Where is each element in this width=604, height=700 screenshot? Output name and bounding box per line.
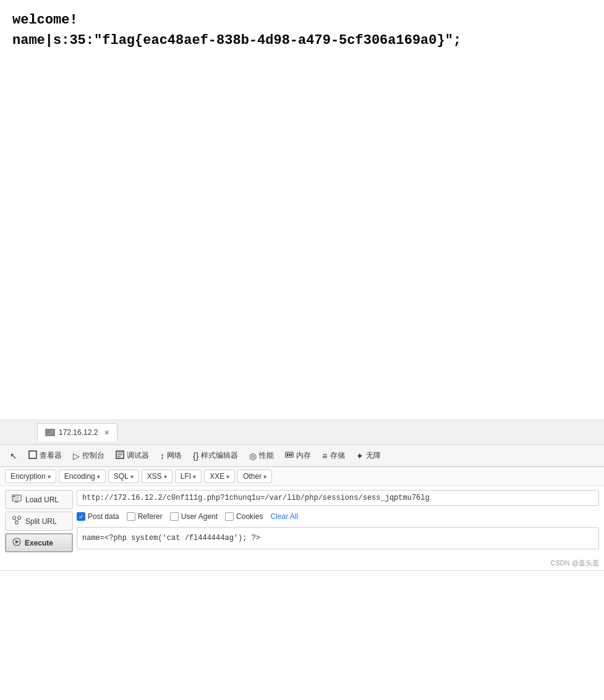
accessibility-icon: ✦ [356, 451, 364, 461]
welcome-line2: name|s:35:"flag{eac48aef-838b-4d98-a479-… [12, 30, 592, 51]
load-url-label: Load URL [25, 495, 59, 504]
post-data-input[interactable] [77, 527, 599, 549]
execute-button[interactable]: Execute [5, 533, 73, 552]
svg-line-25 [17, 520, 19, 521]
hackbar-menu-row: Encryption ▾ Encoding ▾ SQL ▾ XSS ▾ LFI … [0, 467, 604, 486]
menu-other-label: Other [243, 472, 262, 481]
svg-rect-20 [16, 501, 18, 502]
menu-other[interactable]: Other ▾ [237, 470, 272, 483]
devtools-viewer[interactable]: 查看器 [23, 448, 67, 463]
devtools-debugger[interactable]: 调试器 [111, 448, 154, 463]
devtools-toolbar: ↖ 查看器 ▷ 控制台 调试器 ↕ 网络 {} 样式编辑器 ◎ [0, 445, 604, 467]
welcome-text: welcome! name|s:35:"flag{eac48aef-838b-4… [12, 10, 592, 51]
svg-rect-17 [16, 497, 19, 498]
svg-rect-2 [51, 431, 53, 431]
viewer-label: 查看器 [40, 450, 62, 461]
menu-encryption-label: Encryption [11, 472, 46, 481]
svg-rect-12 [289, 453, 290, 456]
svg-rect-16 [16, 495, 19, 496]
user-agent-checkbox[interactable] [170, 512, 179, 521]
hackbar: Encryption ▾ Encoding ▾ SQL ▾ XSS ▾ LFI … [0, 467, 604, 571]
referer-label: Referer [138, 512, 163, 521]
menu-encoding-label: Encoding [64, 472, 95, 481]
menu-encryption[interactable]: Encryption ▾ [5, 470, 56, 483]
devtools-console[interactable]: ▷ 控制台 [68, 448, 109, 463]
devtools-network[interactable]: ↕ 网络 [155, 448, 187, 463]
debugger-label: 调试器 [127, 450, 149, 461]
menu-lfi[interactable]: LFI ▾ [175, 470, 202, 483]
devtools-inspector[interactable]: ↖ [5, 449, 22, 463]
menu-sql-label: SQL [114, 472, 129, 481]
hackbar-buttons: Load URL Split URL [5, 490, 73, 552]
svg-marker-27 [15, 540, 19, 544]
devtools-storage[interactable]: ≡ 存储 [317, 448, 349, 463]
menu-encoding[interactable]: Encoding ▾ [59, 470, 106, 483]
console-label: 控制台 [82, 450, 104, 461]
menu-xss[interactable]: XSS ▾ [142, 470, 172, 483]
post-data-label: Post data [88, 512, 119, 521]
main-content: welcome! name|s:35:"flag{eac48aef-838b-4… [0, 0, 604, 420]
console-icon: ▷ [73, 451, 80, 461]
load-url-button[interactable]: Load URL [5, 490, 73, 509]
lfi-arrow-icon: ▾ [193, 473, 196, 480]
post-data-checkbox[interactable] [77, 512, 85, 521]
devtools-memory[interactable]: 内存 [280, 448, 316, 463]
tab-close-button[interactable]: × [104, 428, 109, 437]
svg-rect-11 [287, 453, 288, 456]
accessibility-label: 无障 [366, 450, 381, 461]
encryption-arrow-icon: ▾ [48, 473, 51, 480]
devtools-accessibility[interactable]: ✦ 无障 [351, 448, 386, 463]
tab-item[interactable]: 172.16.12.2 × [37, 423, 117, 441]
svg-line-24 [14, 520, 17, 521]
execute-label: Execute [25, 539, 53, 547]
split-url-button[interactable]: Split URL [5, 512, 73, 531]
xxe-arrow-icon: ▾ [226, 473, 229, 480]
viewer-icon [28, 450, 37, 461]
welcome-line1: welcome! [12, 10, 592, 30]
cookies-checkbox[interactable] [225, 512, 234, 521]
menu-xxe[interactable]: XXE ▾ [204, 470, 235, 483]
network-icon: ↕ [160, 451, 164, 461]
svg-rect-18 [13, 499, 19, 499]
svg-rect-15 [13, 495, 15, 497]
menu-sql[interactable]: SQL ▾ [108, 470, 139, 483]
url-input[interactable] [77, 490, 599, 506]
memory-icon [285, 450, 294, 461]
other-arrow-icon: ▾ [263, 473, 266, 480]
storage-icon: ≡ [322, 451, 327, 461]
storage-label: 存储 [330, 450, 345, 461]
performance-icon: ◎ [249, 451, 257, 461]
user-agent-checkbox-label[interactable]: User Agent [170, 512, 218, 521]
svg-point-21 [13, 517, 16, 520]
svg-point-23 [15, 521, 19, 525]
load-url-icon [12, 494, 22, 505]
tab-label: 172.16.12.2 [59, 428, 98, 437]
menu-xss-label: XSS [147, 472, 162, 481]
menu-xxe-label: XXE [210, 472, 224, 481]
cookies-checkbox-label[interactable]: Cookies [225, 512, 263, 521]
devtools-style-editor[interactable]: {} 样式编辑器 [188, 448, 243, 463]
debugger-icon [116, 450, 124, 461]
performance-label: 性能 [259, 450, 274, 461]
network-label: 网络 [167, 450, 182, 461]
style-editor-icon: {} [193, 451, 198, 461]
sql-arrow-icon: ▾ [130, 473, 134, 480]
tab-bar: 172.16.12.2 × [0, 420, 604, 445]
svg-rect-5 [29, 451, 36, 458]
cookies-label: Cookies [236, 512, 263, 521]
style-editor-label: 样式编辑器 [201, 450, 238, 461]
post-data-checkbox-label[interactable]: Post data [77, 512, 119, 521]
svg-rect-3 [51, 432, 53, 432]
referer-checkbox-label[interactable]: Referer [127, 512, 163, 521]
svg-point-22 [18, 517, 21, 520]
execute-icon [12, 538, 21, 548]
split-url-icon [12, 515, 22, 527]
svg-rect-19 [15, 502, 19, 503]
devtools-performance[interactable]: ◎ 性能 [244, 448, 279, 463]
referer-checkbox[interactable] [127, 512, 135, 521]
watermark: CSDN @盖头盖 [0, 556, 604, 570]
post-options-row: Post data Referer User Agent Cookies Cle… [77, 510, 599, 523]
svg-rect-4 [47, 434, 53, 434]
clear-all-button[interactable]: Clear All [270, 512, 298, 521]
url-area: Post data Referer User Agent Cookies Cle… [77, 490, 599, 549]
